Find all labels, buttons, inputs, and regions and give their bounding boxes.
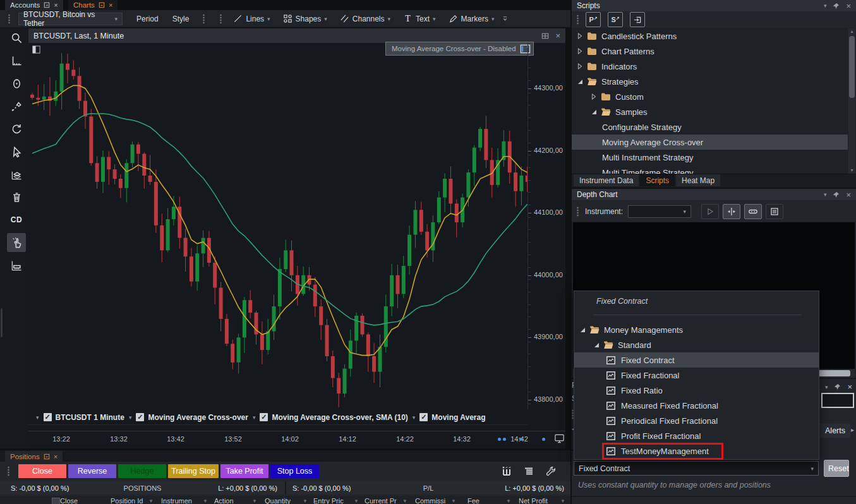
toolbar-drag-handle[interactable] [8,466,9,476]
split-view-button[interactable] [723,204,740,219]
price-axis[interactable]: 44300,00 44200,00 44100,00 44000,00 4390… [527,43,566,409]
tree-folder-standard[interactable]: Standard [574,337,819,352]
markers-tool-button[interactable]: Markers▾ [449,14,495,23]
pan-tool-button[interactable] [7,97,26,116]
tab-positions[interactable]: Positions × [5,451,63,462]
cd-tool-button[interactable]: CD [7,210,26,229]
shapes-tool-button[interactable]: Shapes▾ [283,14,327,23]
toolbar-drag-handle[interactable] [577,207,579,217]
panel-close-icon[interactable]: × [847,382,852,392]
expand-icon[interactable] [577,48,583,54]
chart-panel-header[interactable]: BTCUSDT, Last, 1 Minute × [28,28,565,43]
chart-close-icon[interactable]: × [555,31,560,40]
refresh-tool-button[interactable] [7,119,26,138]
filter-icon[interactable]: ▼ [506,498,511,504]
legend-checkbox[interactable]: ✓ [260,413,268,421]
panel-close-icon[interactable]: × [846,1,851,11]
panel-close-icon[interactable]: × [846,190,851,200]
rows-icon[interactable] [523,465,534,477]
zoom-tool-button[interactable] [7,28,26,47]
legend-item[interactable]: ✓ BTCUSDT 1 Minute [44,413,124,422]
column-header-commissi[interactable]: Commissi [415,497,445,504]
depth-chart-header[interactable]: Depth Chart ▾ × [572,189,856,200]
column-header-close[interactable]: Close [60,497,78,504]
tree-item-periodical-fixed-fractional[interactable]: Periodical Fixed Fractional [574,413,819,428]
tab-close-icon[interactable]: × [109,1,112,9]
scripts-scrollbar[interactable]: ▴ ▾ [848,28,855,174]
money-management-select[interactable]: Fixed Contract ▾ [574,461,819,476]
column-header-current-pr[interactable]: Current Pr [365,497,397,504]
chevron-down-icon[interactable]: ▾ [36,414,39,421]
scroll-thumb[interactable] [849,36,855,98]
monitor-icon[interactable] [554,433,565,444]
chevron-down-icon[interactable]: ▾ [413,414,416,421]
select-all-checkbox[interactable] [52,498,60,504]
stop-loss-button[interactable]: Stop Loss [270,464,319,478]
tree-item-profit-fixed-fractional[interactable]: Profit Fixed Fractional [574,428,819,443]
cursor-tool-button[interactable] [7,142,26,161]
collapse-icon[interactable] [591,109,597,115]
tree-item-multi-instrument-strategy[interactable]: Multi Instrument Strategy [572,150,848,165]
legend-item[interactable]: ✓ Moving Average Cross-over, SMA (10) [260,413,407,422]
import-script-button[interactable] [630,12,645,27]
list-view-button[interactable] [766,204,783,219]
tab-accounts[interactable]: Accounts × [5,0,63,10]
tree-item-fixed-ratio[interactable]: Fixed Ratio [574,383,819,398]
text-tool-button[interactable]: TText▾ [403,14,436,23]
columns-icon[interactable] [501,465,512,477]
wrench-icon[interactable] [545,465,557,477]
trailing-stop-button[interactable]: Trailing Stop [168,464,219,478]
column-header-action[interactable]: Action [214,497,234,504]
legend-checkbox[interactable]: ✓ [136,413,144,421]
tree-folder-strategies[interactable]: Strategies [572,74,848,89]
filter-icon[interactable]: ▼ [148,498,154,504]
expand-icon[interactable] [591,93,597,100]
scripts-panel-header[interactable]: Scripts ▾ × [572,0,856,11]
panel-collapse-icon[interactable] [32,45,41,54]
tree-folder-indicators[interactable]: Indicators [572,59,848,74]
strategy-script-button[interactable]: S↗ [608,12,623,27]
toolbar-section-handle[interactable] [220,14,222,24]
toolbar-drag-handle[interactable] [8,14,10,24]
channels-tool-button[interactable]: Channels▾ [340,14,390,23]
tree-item-measured-fixed-fractional[interactable]: Measured Fixed Fractional [574,398,819,413]
filter-icon[interactable]: ▼ [560,498,565,504]
pin-icon[interactable] [834,383,841,390]
instrument-select[interactable]: ▾ [628,205,691,218]
column-header-net-profit[interactable]: Net Profit [519,497,548,504]
chart-plot-area[interactable] [28,43,527,409]
column-header-quantity[interactable]: Quantity [265,497,291,504]
close-button[interactable]: Close [18,464,66,478]
tree-item-multi-timeframe-strategy[interactable]: Multi Timeframe Strategy [572,165,848,174]
filter-icon[interactable]: ▼ [451,498,456,504]
tree-item-fixed-fractional[interactable]: Fixed Fractional [574,368,819,383]
chevron-down-icon[interactable]: ▾ [433,16,436,22]
tab-close-icon[interactable]: × [54,453,57,460]
reverse-button[interactable]: Reverse [68,464,116,478]
panel-menu-icon[interactable]: ▾ [825,384,828,390]
legend-item[interactable]: ✓ Moving Average Cross-over [136,413,248,422]
panel-tab-instrument-data[interactable]: Instrument Data [574,174,639,186]
tree-folder-money-managements[interactable]: Money Managements [574,322,819,337]
style-button[interactable]: Style [172,15,190,23]
collapse-icon[interactable] [577,79,583,85]
column-header-fee[interactable]: Fee [467,497,479,504]
scroll-up-icon[interactable]: ▴ [848,28,855,35]
chevron-down-icon[interactable]: ▾ [253,414,256,421]
tree-item-moving-average-cross-over[interactable]: Moving Average Cross-over [572,135,848,150]
filter-icon[interactable]: ▼ [252,498,257,504]
chevron-down-icon[interactable]: ▾ [129,414,132,421]
panel-menu-icon[interactable]: ▾ [824,191,827,198]
toolbar-overflow-icon[interactable] [502,15,509,22]
trash-tool-button[interactable] [7,188,26,207]
tab-save-icon[interactable] [44,2,50,8]
play-button[interactable] [701,204,719,219]
column-header-position-id[interactable]: Position Id [111,497,143,504]
chevron-down-icon[interactable]: ▾ [491,16,495,22]
tree-item-fixed-contract[interactable]: Fixed Contract [574,352,819,368]
chevron-down-icon[interactable]: ▾ [267,16,270,22]
expand-icon[interactable] [577,63,583,69]
pointer-click-tool-button[interactable] [7,233,26,252]
filter-icon[interactable]: ▼ [303,498,308,504]
measure-tool-button[interactable] [7,256,26,275]
